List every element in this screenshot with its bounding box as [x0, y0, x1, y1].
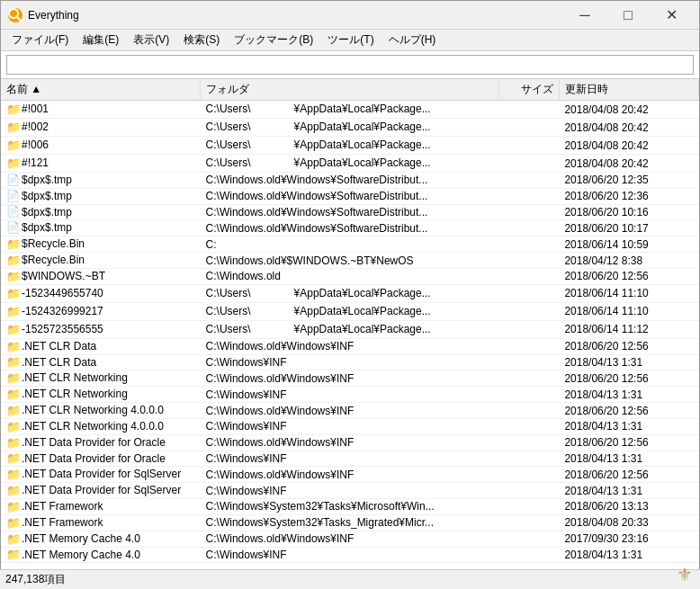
table-row[interactable]: 📁.NET Data Provider for SqlServerC:\Wind…: [1, 467, 699, 483]
col-header-size[interactable]: サイズ: [499, 79, 559, 101]
table-row[interactable]: 📁.NET CLR NetworkingC:\Windows¥INF2018/0…: [1, 387, 699, 403]
cell-size: [499, 499, 559, 515]
table-row[interactable]: 📁$WINDOWS.~BTC:\Windows.old2018/06/20 12…: [1, 268, 699, 284]
col-header-date[interactable]: 更新日時: [559, 79, 698, 101]
table-row[interactable]: 📁.NET Memory Cache 4.0C:\Windows¥INF2018…: [1, 547, 699, 563]
cell-folder: C:\Windows¥INF: [201, 387, 499, 403]
folder-icon: 📁: [6, 270, 19, 282]
table-row[interactable]: 📁-1523449655740C:\Users\ ¥AppData¥Local¥…: [1, 284, 699, 302]
file-name: $dpx$.tmp: [22, 174, 72, 186]
table-row[interactable]: 📁.NET Data Provider for OracleC:\Windows…: [1, 451, 699, 467]
file-name: #!002: [22, 120, 49, 133]
searchbar: [1, 51, 699, 79]
cell-name: 📁.NET CLR Data: [1, 354, 201, 370]
table-row[interactable]: 📁$Recycle.BinC:2018/06/14 10:59: [1, 236, 699, 253]
table-row[interactable]: 📁-1524326999217C:\Users\ ¥AppData¥Local¥…: [1, 302, 699, 320]
file-name: -1525723556555: [22, 323, 103, 335]
table-row[interactable]: 📁.NET CLR Networking 4.0.0.0C:\Windows¥I…: [1, 418, 699, 434]
cell-folder: C:\Windows¥INF: [201, 451, 499, 467]
file-name: $WINDOWS.~BT: [22, 270, 105, 282]
folder-icon: 📁: [6, 420, 19, 433]
table-row[interactable]: 📁#!001C:\Users\ ¥AppData¥Local¥Package..…: [1, 101, 699, 119]
folder-icon: 📁: [6, 138, 19, 151]
col-header-folder[interactable]: フォルダ: [201, 79, 499, 101]
menu-item-s[interactable]: 検索(S): [176, 31, 227, 50]
table-row[interactable]: 📁-1525723556555C:\Users\ ¥AppData¥Local¥…: [1, 320, 699, 338]
table-row[interactable]: 📁.NET Data Provider for OracleC:\Windows…: [1, 434, 699, 451]
file-icon: 📄: [6, 205, 19, 218]
file-name: .NET Data Provider for SqlServer: [22, 484, 181, 496]
menu-item-h[interactable]: ヘルプ(H): [381, 31, 444, 50]
file-name: .NET CLR Networking: [22, 388, 128, 400]
cell-folder: C:\Windows.old¥$WINDOWS.~BT¥NewOS: [201, 253, 499, 269]
statusbar: 247,138項目 ⚜: [0, 569, 700, 589]
col-header-name[interactable]: 名前 ▲: [1, 79, 201, 101]
menu-item-b[interactable]: ブックマーク(B): [227, 31, 320, 50]
cell-name: 📁#!006: [1, 137, 201, 155]
cell-size: [499, 204, 559, 220]
cell-name: 📁#!001: [1, 101, 201, 119]
menubar: ファイル(F)編集(E)表示(V)検索(S)ブックマーク(B)ツール(T)ヘルプ…: [1, 30, 699, 51]
table-header-row: 名前 ▲ フォルダ サイズ 更新日時: [1, 79, 699, 101]
file-list-container[interactable]: 名前 ▲ フォルダ サイズ 更新日時 📁#!001C:\Users\ ¥AppD…: [1, 79, 699, 569]
table-row[interactable]: 📄$dpx$.tmpC:\Windows.old¥Windows¥Softwar…: [1, 220, 699, 236]
folder-icon: 📁: [6, 468, 19, 480]
table-row[interactable]: 📁$Recycle.BinC:\Windows.old¥$WINDOWS.~BT…: [1, 253, 699, 269]
table-row[interactable]: 📁.NET FrameworkC:\Windows¥System32¥Tasks…: [1, 499, 699, 515]
cell-date: 2018/04/08 20:42: [559, 155, 698, 173]
cell-date: 2018/06/20 12:36: [559, 188, 698, 204]
file-name: .NET Memory Cache 4.0: [22, 549, 140, 561]
folder-icon: 📁: [6, 355, 19, 368]
cell-folder: C:\Windows¥INF: [201, 418, 499, 434]
cell-date: 2018/04/08 20:42: [559, 101, 698, 119]
folder-icon: 📁: [6, 516, 19, 529]
file-name: $dpx$.tmp: [22, 221, 72, 234]
folder-icon: 📁: [6, 388, 19, 400]
cell-folder: C:\Windows¥INF: [201, 547, 499, 563]
table-row[interactable]: 📄$dpx$.tmpC:\Windows.old¥Windows¥Softwar…: [1, 173, 699, 189]
folder-icon: 📁: [6, 500, 19, 513]
table-row[interactable]: 📁#!121C:\Users\ ¥AppData¥Local¥Package..…: [1, 155, 699, 173]
cell-date: 2017/09/30 23:16: [559, 531, 698, 547]
table-row[interactable]: 📄$dpx$.tmpC:\Windows.old¥Windows¥Softwar…: [1, 188, 699, 204]
table-row[interactable]: 📁.NET CLR NetworkingC:\Windows.old¥Windo…: [1, 370, 699, 387]
folder-icon: 📁: [6, 451, 19, 464]
table-row[interactable]: 📄$dpx$.tmpC:\Windows.old¥Windows¥Softwar…: [1, 204, 699, 220]
cell-folder: C:\Users\ ¥AppData¥Local¥Package...: [201, 155, 499, 173]
cell-name: 📄$dpx$.tmp: [1, 173, 201, 189]
table-row[interactable]: 📁.NET Memory Cache 4.0C:\Windows.old¥Win…: [1, 531, 699, 547]
table-row[interactable]: 📁.NET CLR DataC:\Windows¥INF2018/04/13 1…: [1, 354, 699, 370]
table-row[interactable]: 📁#!006C:\Users\ ¥AppData¥Local¥Package..…: [1, 137, 699, 155]
close-button[interactable]: ✕: [651, 1, 692, 30]
folder-icon: 📁: [6, 532, 19, 545]
cell-folder: C:\Windows.old¥Windows¥INF: [201, 434, 499, 451]
menu-item-v[interactable]: 表示(V): [126, 31, 176, 50]
search-input[interactable]: [6, 55, 694, 75]
cell-size: [499, 253, 559, 269]
cell-folder: C:\Windows.old¥Windows¥SoftwareDistribut…: [201, 204, 499, 220]
cell-folder: C:\Windows¥INF: [201, 483, 499, 499]
minimize-button[interactable]: ─: [564, 1, 606, 30]
folder-icon: 📁: [6, 323, 19, 335]
cell-name: 📁$Recycle.Bin: [1, 253, 201, 269]
cell-name: 📁.NET CLR Networking 4.0.0.0: [1, 418, 201, 434]
cell-size: [499, 302, 559, 320]
menu-item-e[interactable]: 編集(E): [76, 31, 126, 50]
table-row[interactable]: 📁.NET Data Provider for SqlServerC:\Wind…: [1, 483, 699, 499]
menu-item-f[interactable]: ファイル(F): [4, 31, 76, 50]
table-row[interactable]: 📁.NET CLR DataC:\Windows.old¥Windows¥INF…: [1, 338, 699, 354]
cell-date: 2018/04/13 1:31: [559, 387, 698, 403]
cell-size: [499, 418, 559, 434]
cell-name: 📁.NET CLR Data: [1, 338, 201, 354]
folder-icon: 📁: [6, 237, 19, 250]
table-row[interactable]: 📁.NET FrameworkC:\Windows¥System32¥Tasks…: [1, 514, 699, 531]
table-row[interactable]: 📁.NET CLR Networking 4.0.0.0C:\Windows.o…: [1, 403, 699, 419]
file-name: .NET CLR Data: [22, 340, 96, 353]
maximize-button[interactable]: □: [607, 1, 649, 30]
table-row[interactable]: 📁#!002C:\Users\ ¥AppData¥Local¥Package..…: [1, 119, 699, 137]
menu-item-t[interactable]: ツール(T): [320, 31, 381, 50]
cell-name: 📁.NET Framework: [1, 514, 201, 531]
cell-name: 📁.NET Data Provider for Oracle: [1, 451, 201, 467]
file-name: $dpx$.tmp: [22, 206, 72, 219]
cell-folder: C:\Windows¥System32¥Tasks¥Microsoft¥Win.…: [201, 499, 499, 515]
